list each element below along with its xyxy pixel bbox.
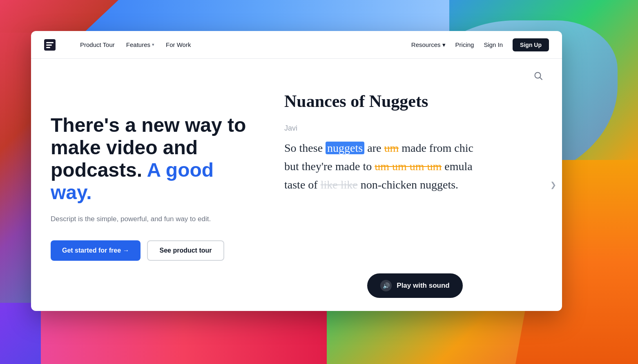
- highlighted-word: nuggets: [326, 142, 364, 154]
- strikethrough-um: um: [384, 142, 399, 154]
- nav-resources[interactable]: Resources ▾: [411, 41, 446, 49]
- nav-product-tour[interactable]: Product Tour: [80, 41, 115, 48]
- nav-for-work[interactable]: For Work: [166, 41, 191, 48]
- main-card: Product Tour Features ▾ For Work Resourc…: [31, 31, 562, 311]
- play-btn-area: 🔊 Play with sound: [268, 273, 562, 298]
- svg-rect-1: [46, 42, 54, 43]
- resources-chevron-icon: ▾: [442, 41, 446, 49]
- content-area: There's a new way to make video and podc…: [31, 59, 562, 311]
- sound-icon: 🔊: [380, 280, 392, 291]
- hero-buttons: Get started for free → See product tour: [51, 240, 248, 261]
- nav-left: Product Tour Features ▾ For Work: [44, 39, 411, 51]
- hero-subtitle: Descript is the simple, powerful, and fu…: [51, 214, 248, 224]
- bg-top-center: [82, 0, 449, 35]
- bg-bottom-pink: [41, 307, 327, 364]
- hero-title: There's a new way to make video and podc…: [51, 114, 248, 204]
- demo-speaker: Javi: [284, 124, 546, 133]
- hero-right: ❯ Nuances of Nuggets Javi So these nugge…: [268, 59, 562, 311]
- svg-line-5: [540, 78, 542, 80]
- svg-rect-2: [46, 44, 52, 46]
- features-chevron-icon: ▾: [152, 42, 154, 47]
- strikethrough-um2: um um um um: [375, 160, 442, 173]
- search-area: ❯: [284, 69, 546, 83]
- nav-pricing[interactable]: Pricing: [455, 41, 474, 48]
- play-with-sound-button[interactable]: 🔊 Play with sound: [367, 273, 462, 298]
- nav-right: Resources ▾ Pricing Sign In Sign Up: [411, 38, 549, 51]
- product-tour-button[interactable]: See product tour: [147, 240, 224, 261]
- nav-features[interactable]: Features ▾: [126, 41, 154, 48]
- signup-button[interactable]: Sign Up: [513, 38, 549, 51]
- demo-text: So these nuggets are um made from chic b…: [284, 139, 546, 194]
- svg-rect-3: [46, 47, 50, 48]
- right-chevron-icon[interactable]: ❯: [547, 179, 559, 191]
- search-button[interactable]: [531, 69, 546, 83]
- logo[interactable]: [44, 39, 56, 51]
- strikethrough-like: like like: [321, 178, 358, 191]
- demo-title: Nuances of Nuggets: [284, 91, 546, 111]
- navbar: Product Tour Features ▾ For Work Resourc…: [31, 31, 562, 59]
- hero-left: There's a new way to make video and podc…: [31, 59, 268, 311]
- nav-signin[interactable]: Sign In: [484, 41, 503, 48]
- get-started-button[interactable]: Get started for free →: [51, 240, 141, 261]
